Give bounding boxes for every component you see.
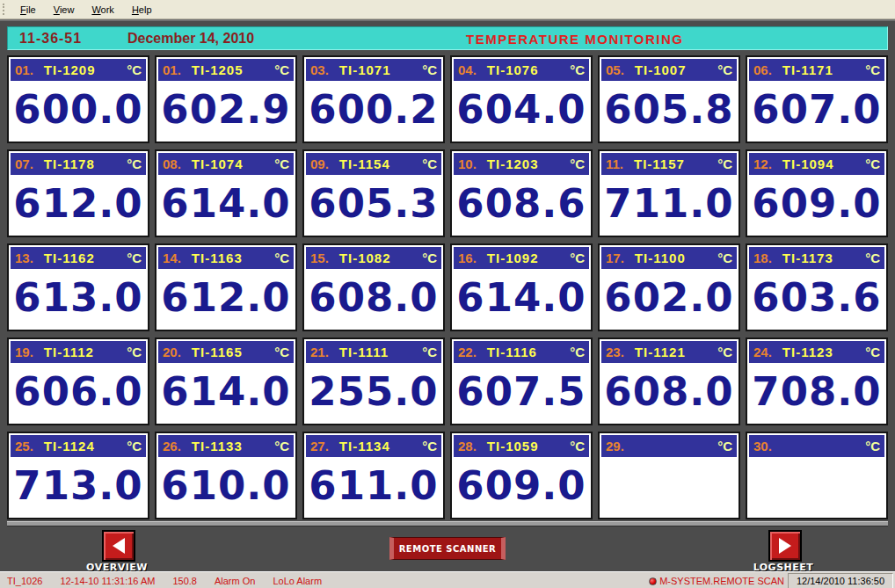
tile-unit: °C <box>274 62 289 77</box>
temperature-tile[interactable]: 08. TI-1074 °C 614.0 <box>155 149 297 237</box>
temperature-tile[interactable]: 11. TI-1157 °C 711.0 <box>598 149 740 237</box>
temperature-tile[interactable]: 06. TI-1171 °C 607.0 <box>746 55 888 143</box>
temperature-tile[interactable]: 16. TI-1092 °C 614.0 <box>450 243 593 331</box>
tile-unit: °C <box>422 345 437 359</box>
tile-value <box>749 457 884 514</box>
tile-tag: TI-1203 <box>487 156 570 171</box>
temperature-tile[interactable]: 12. TI-1094 °C 609.0 <box>746 149 888 237</box>
menu-item-file[interactable]: File <box>11 2 45 18</box>
tile-number: 11. <box>606 156 623 171</box>
temperature-tile[interactable]: 07. TI-1178 °C 612.0 <box>7 149 149 237</box>
menu-item-help[interactable]: Help <box>123 2 161 18</box>
status-system-label: M-SYSTEM.REMOTE SCAN <box>659 576 784 586</box>
tile-number: 13. <box>15 250 33 265</box>
tile-number: 16. <box>458 250 477 265</box>
temperature-tile[interactable]: 17. TI-1100 °C 602.0 <box>598 243 740 331</box>
temperature-tile[interactable]: 24. TI-1123 °C 708.0 <box>746 338 888 425</box>
overview-button-label: OVERVIEW <box>77 562 156 573</box>
menu-item-view[interactable]: View <box>45 2 84 18</box>
tile-tag: TI-1165 <box>192 345 274 359</box>
temperature-tile[interactable]: 13. TI-1162 °C 613.0 <box>7 243 149 331</box>
tile-unit: °C <box>422 156 437 171</box>
temperature-tile[interactable]: 03. TI-1071 °C 600.2 <box>302 55 445 143</box>
tile-number: 19. <box>15 345 33 359</box>
tile-header: 27. TI-1134 °C <box>306 435 441 457</box>
tile-header: 29. °C <box>601 435 737 457</box>
tile-value: 600.2 <box>306 81 441 138</box>
tile-header: 21. TI-1111 °C <box>306 341 441 363</box>
status-system-panel: M-SYSTEM.REMOTE SCAN <box>645 572 788 588</box>
temperature-tile[interactable]: 30. °C <box>746 432 888 519</box>
logsheet-button-label: LOGSHEET <box>744 562 823 573</box>
temperature-tile[interactable]: 09. TI-1154 °C 605.3 <box>302 149 445 237</box>
scan-led-icon <box>649 577 657 585</box>
tile-header: 19. TI-1112 °C <box>11 341 146 363</box>
tile-number: 12. <box>753 156 772 171</box>
tile-value: 604.0 <box>454 81 589 138</box>
tile-tag: TI-1173 <box>782 250 865 265</box>
tile-value: 603.6 <box>749 269 884 326</box>
tile-value: 610.0 <box>158 457 294 514</box>
tile-header: 30. °C <box>749 435 884 457</box>
temperature-tile[interactable]: 22. TI-1116 °C 607.5 <box>450 338 593 425</box>
temperature-tile[interactable]: 26. TI-1133 °C 610.0 <box>155 432 297 519</box>
tile-header: 28. TI-1059 °C <box>454 435 589 457</box>
temperature-tile[interactable]: 01. TI-1205 °C 602.9 <box>155 55 297 143</box>
tile-tag: TI-1121 <box>635 345 717 359</box>
temperature-tile[interactable]: 23. TI-1121 °C 608.0 <box>598 338 740 425</box>
temperature-tile[interactable]: 25. TI-1124 °C 713.0 <box>7 432 149 519</box>
tile-unit: °C <box>127 156 142 171</box>
tile-header: 08. TI-1074 °C <box>158 153 294 175</box>
menu-bar: FileViewWorkHelp <box>0 0 895 19</box>
tile-header: 07. TI-1178 °C <box>11 153 146 175</box>
tile-value: 602.0 <box>601 269 737 326</box>
tile-tag: TI-1059 <box>487 439 570 454</box>
tile-value: 611.0 <box>306 457 441 514</box>
tile-number: 26. <box>163 439 181 454</box>
temperature-tile[interactable]: 01. TI-1209 °C 600.0 <box>7 55 149 143</box>
tile-tag: TI-1094 <box>782 156 865 171</box>
date-display: December 14, 2010 <box>127 31 254 47</box>
temperature-tile[interactable]: 21. TI-1111 °C 255.0 <box>302 338 445 425</box>
tile-unit: °C <box>127 345 142 359</box>
temperature-tile[interactable]: 27. TI-1134 °C 611.0 <box>302 432 445 519</box>
tile-value: 606.0 <box>11 363 146 420</box>
tile-tag: TI-1163 <box>192 250 274 265</box>
temperature-tile[interactable]: 19. TI-1112 °C 606.0 <box>7 338 149 425</box>
tile-number: 09. <box>310 156 329 171</box>
temperature-tile[interactable]: 28. TI-1059 °C 609.0 <box>450 432 593 519</box>
tile-unit: °C <box>865 345 880 359</box>
tile-number: 10. <box>458 156 477 171</box>
remote-scanner-button[interactable]: REMOTE SCANNER <box>389 537 506 560</box>
tile-value: 609.0 <box>454 457 589 514</box>
tile-header: 11. TI-1157 °C <box>601 153 737 175</box>
temperature-tile[interactable]: 29. °C <box>598 432 740 519</box>
tile-number: 03. <box>310 62 329 77</box>
temperature-tile[interactable]: 10. TI-1203 °C 608.6 <box>450 149 593 237</box>
tile-value: 614.0 <box>454 269 589 326</box>
temperature-tile[interactable]: 05. TI-1007 °C 605.8 <box>598 55 740 143</box>
menu-grip-handle <box>3 4 7 15</box>
status-tag: TI_1026 <box>7 576 42 586</box>
tile-tag: TI-1134 <box>339 439 422 454</box>
logsheet-button[interactable] <box>768 530 802 562</box>
tile-value: 600.0 <box>11 81 146 138</box>
temperature-tile[interactable]: 15. TI-1082 °C 608.0 <box>302 243 445 331</box>
temperature-tile[interactable]: 20. TI-1165 °C 614.0 <box>155 338 297 425</box>
tile-tag: TI-1157 <box>634 156 717 171</box>
temperature-tile[interactable]: 04. TI-1076 °C 604.0 <box>450 55 593 143</box>
tile-header: 25. TI-1124 °C <box>11 435 146 457</box>
menu-item-work[interactable]: Work <box>83 2 122 18</box>
overview-button[interactable] <box>102 530 135 562</box>
tile-header: 09. TI-1154 °C <box>306 153 441 175</box>
tile-unit: °C <box>127 62 142 77</box>
tile-value: 605.8 <box>601 81 737 138</box>
status-alarm-type: LoLo Alarm <box>273 576 322 586</box>
temperature-tile[interactable]: 14. TI-1163 °C 612.0 <box>155 243 297 331</box>
tile-number: 14. <box>163 250 181 265</box>
tile-number: 18. <box>753 250 772 265</box>
tile-tag: TI-1092 <box>487 250 570 265</box>
tile-number: 04. <box>458 62 477 77</box>
tile-tag: TI-1205 <box>192 62 274 77</box>
temperature-tile[interactable]: 18. TI-1173 °C 603.6 <box>746 243 888 331</box>
